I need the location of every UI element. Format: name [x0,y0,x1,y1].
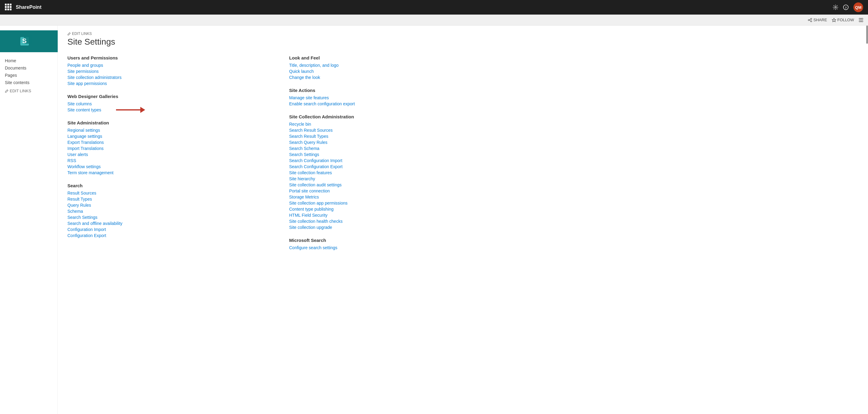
edit-links-label: EDIT LINKS [10,89,31,93]
svg-point-0 [835,7,836,8]
link-query-rules[interactable]: Query Rules [67,202,271,208]
section-title-web-designer: Web Designer Galleries [67,94,271,99]
section-title-search: Search [67,183,271,188]
svg-rect-12 [861,21,863,22]
link-search-schema[interactable]: Search Schema [289,146,493,152]
edit-links-top-label: EDIT LINKS [72,32,92,36]
app-name: SharePoint [16,5,41,10]
link-config-import[interactable]: Configuration Import [67,226,271,232]
link-site-collection-admins[interactable]: Site collection administrators [67,74,271,81]
sidebar-item-documents[interactable]: Documents [5,64,53,72]
link-search-offline[interactable]: Search and offline availability [67,220,271,226]
sidebar-item-home[interactable]: Home [5,57,53,64]
link-enable-search-export[interactable]: Enable search configuration export [289,101,493,107]
link-site-permissions[interactable]: Site permissions [67,68,271,74]
section-title-microsoft-search: Microsoft Search [289,238,493,243]
help-icon[interactable]: ? [843,5,848,10]
sidebar-item-site-contents[interactable]: Site contents [5,79,53,86]
link-search-settings[interactable]: Search Settings [67,214,271,220]
link-change-look[interactable]: Change the look [289,74,493,81]
link-term-store[interactable]: Term store management [67,170,271,176]
follow-button[interactable]: FOLLOW [832,18,854,22]
main-content: EDIT LINKS Site Settings Users and Permi… [58,26,868,414]
link-result-types[interactable]: Result Types [67,196,271,202]
link-site-content-types[interactable]: Site content types [67,107,271,113]
link-site-collection-app-perms[interactable]: Site collection app permissions [289,200,493,206]
section-title-look-feel: Look and Feel [289,55,493,60]
link-content-type-publishing[interactable]: Content type publishing [289,206,493,212]
link-search-result-types[interactable]: Search Result Types [289,133,493,139]
user-avatar[interactable]: QM [854,2,863,12]
svg-rect-11 [859,21,861,22]
link-language-settings[interactable]: Language settings [67,133,271,139]
link-portal-site[interactable]: Portal site connection [289,188,493,194]
nav-left: SharePoint [5,4,833,11]
svg-point-5 [811,21,812,22]
arrow-head [140,107,145,113]
link-site-hierarchy[interactable]: Site hierarchy [289,176,493,182]
section-site-admin: Site Administration Regional settings La… [67,120,271,176]
sidebar: S Home Documents Pages Site contents EDI… [0,26,58,414]
left-column: Users and Permissions People and groups … [67,55,271,258]
page-title: Site Settings [67,37,858,47]
sidebar-edit-links[interactable]: EDIT LINKS [5,89,53,93]
edit-links-top[interactable]: EDIT LINKS [67,32,858,36]
link-manage-features[interactable]: Manage site features [289,95,493,101]
svg-rect-10 [861,18,863,20]
link-site-columns[interactable]: Site columns [67,101,271,107]
svg-text:S: S [22,37,27,44]
link-config-export[interactable]: Configuration Export [67,232,271,238]
section-microsoft-search: Microsoft Search Configure search settin… [289,238,493,251]
share-button[interactable]: SHARE [808,18,827,22]
section-search: Search Result Sources Result Types Query… [67,183,271,238]
link-health-checks[interactable]: Site collection health checks [289,218,493,224]
toolbar: SHARE FOLLOW [0,14,868,26]
link-site-collection-features[interactable]: Site collection features [289,170,493,176]
link-recycle-bin[interactable]: Recycle bin [289,121,493,127]
section-title-users-permissions: Users and Permissions [67,55,271,60]
svg-point-3 [811,18,812,20]
link-search-config-import[interactable]: Search Configuration Import [289,158,493,164]
link-rss[interactable]: RSS [67,158,271,164]
link-search-result-sources[interactable]: Search Result Sources [289,127,493,133]
link-import-translations[interactable]: Import Translations [67,146,271,152]
settings-icon[interactable] [833,5,838,10]
svg-line-7 [809,20,811,21]
section-site-collection-admin: Site Collection Administration Recycle b… [289,114,493,230]
section-title-site-collection-admin: Site Collection Administration [289,114,493,119]
link-storage-metrics[interactable]: Storage Metrics [289,194,493,200]
main-container: S Home Documents Pages Site contents EDI… [0,26,868,414]
sidebar-item-pages[interactable]: Pages [5,72,53,79]
link-workflow-settings[interactable]: Workflow settings [67,164,271,170]
arrow-annotation [116,107,145,113]
link-people-groups[interactable]: People and groups [67,62,271,68]
nav-right: ? QM [833,2,863,12]
link-html-field-security[interactable]: HTML Field Security [289,212,493,218]
link-result-sources[interactable]: Result Sources [67,190,271,196]
link-schema[interactable]: Schema [67,208,271,214]
top-nav-bar: SharePoint ? QM [0,0,868,14]
link-search-query-rules[interactable]: Search Query Rules [289,139,493,146]
link-configure-search[interactable]: Configure search settings [289,245,493,251]
link-quick-launch[interactable]: Quick launch [289,68,493,74]
link-export-translations[interactable]: Export Translations [67,139,271,146]
link-regional-settings[interactable]: Regional settings [67,127,271,133]
right-column: Look and Feel Title, description, and lo… [289,55,493,258]
section-look-feel: Look and Feel Title, description, and lo… [289,55,493,81]
section-users-permissions: Users and Permissions People and groups … [67,55,271,87]
focus-button[interactable] [859,18,863,22]
waffle-menu-icon[interactable] [5,4,12,11]
section-title-site-admin: Site Administration [67,120,271,125]
link-site-app-permissions[interactable]: Site app permissions [67,81,271,87]
link-site-collection-upgrade[interactable]: Site collection upgrade [289,224,493,230]
settings-grid: Users and Permissions People and groups … [67,55,493,258]
svg-rect-9 [859,18,861,20]
section-title-site-actions: Site Actions [289,88,493,93]
link-search-settings-col[interactable]: Search Settings [289,152,493,158]
sidebar-nav: Home Documents Pages Site contents EDIT … [0,57,57,93]
scrollbar[interactable] [866,26,868,44]
link-title-desc-logo[interactable]: Title, description, and logo [289,62,493,68]
link-search-config-export[interactable]: Search Configuration Export [289,164,493,170]
link-user-alerts[interactable]: User alerts [67,152,271,158]
link-audit-settings[interactable]: Site collection audit settings [289,182,493,188]
